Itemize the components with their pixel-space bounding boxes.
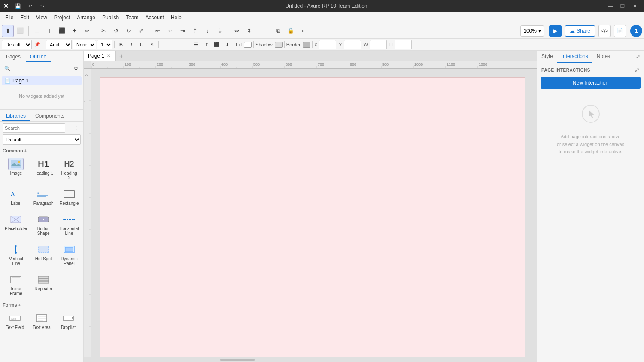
lib-default-select[interactable]: Default xyxy=(3,134,81,145)
menu-publish[interactable]: Publish xyxy=(99,12,122,23)
lib-search-input[interactable] xyxy=(3,123,65,133)
tool-more-h[interactable]: » xyxy=(297,25,309,37)
canvas-add-tab[interactable]: + xyxy=(116,52,126,59)
user-avatar[interactable]: 1 xyxy=(630,25,642,37)
lib-item-droplist[interactable]: Droplist xyxy=(56,309,81,333)
lib-item-placeholder[interactable]: Placeholder xyxy=(3,210,30,239)
lib-item-text-field[interactable]: abc Text Field xyxy=(3,309,27,333)
lib-item-heading1[interactable]: H1 Heading 1 xyxy=(31,155,56,183)
lib-item-h-line[interactable]: Horizontal Line xyxy=(58,210,81,239)
lib-item-heading2[interactable]: H2 Heading 2 xyxy=(58,155,81,183)
page-item-page1[interactable]: 📄 Page 1 xyxy=(2,76,82,85)
menu-view[interactable]: View xyxy=(33,12,51,23)
lib-item-hot-spot[interactable]: Hot Spot xyxy=(31,240,56,269)
w-input[interactable] xyxy=(370,40,387,49)
format-align-justify[interactable]: ☰ xyxy=(191,40,201,49)
canvas-scrollbar-h[interactable] xyxy=(84,357,537,362)
tool-rectangle[interactable]: ▭ xyxy=(31,25,43,37)
lib-more-btn[interactable]: ⋮ xyxy=(71,123,81,133)
style-preset-select[interactable]: Default xyxy=(2,40,32,49)
menu-project[interactable]: Project xyxy=(51,12,73,23)
format-underline[interactable]: U xyxy=(137,40,146,49)
format-italic[interactable]: I xyxy=(127,40,136,49)
new-interaction-button[interactable]: New Interaction xyxy=(541,77,641,89)
lib-item-button-shape[interactable]: Button Shape xyxy=(31,210,56,239)
tool-align-center[interactable]: ↔ xyxy=(164,25,176,37)
lib-item-repeater[interactable]: Repeater xyxy=(31,271,56,299)
toolbar-redo-btn[interactable]: ↪ xyxy=(36,0,48,12)
tab-components[interactable]: Components xyxy=(31,112,69,121)
win-close[interactable]: ✕ xyxy=(629,0,641,12)
toolbar-undo-btn[interactable]: ↩ xyxy=(24,0,36,12)
format-strikethrough[interactable]: S xyxy=(147,40,157,49)
tool-rotate-left[interactable]: ↺ xyxy=(110,25,122,37)
tool-align-right-edge[interactable]: ⇥ xyxy=(176,25,188,37)
tool-lock[interactable]: 🔒 xyxy=(285,25,297,37)
format-align-center[interactable]: ≣ xyxy=(171,40,180,49)
tab-style[interactable]: Style xyxy=(537,51,557,63)
code-button[interactable]: </> xyxy=(598,25,611,37)
tool-group-items[interactable]: ⧉ xyxy=(272,25,284,37)
format-valign-top[interactable]: ⬆ xyxy=(202,40,211,49)
format-align-left[interactable]: ≡ xyxy=(161,40,170,49)
right-panel-expand[interactable]: ⤢ xyxy=(632,51,644,63)
menu-edit[interactable]: Edit xyxy=(17,12,33,23)
format-valign-bot[interactable]: ⬇ xyxy=(222,40,232,49)
lib-item-inline-frame[interactable]: Inline Frame xyxy=(3,271,30,299)
tool-pen[interactable]: ✏ xyxy=(81,25,93,37)
tool-pointer[interactable]: ⬆ xyxy=(2,25,14,37)
lib-item-text-area[interactable]: Text Area xyxy=(29,309,54,333)
tool-align-top-edge[interactable]: ⇡ xyxy=(189,25,201,37)
page-button[interactable]: 📄 xyxy=(614,25,626,37)
canvas-tab-page1[interactable]: Page 1 ✕ xyxy=(84,51,116,61)
tool-expand[interactable]: ⤢ xyxy=(135,25,147,37)
menu-help[interactable]: Help xyxy=(167,12,185,23)
lib-item-paragraph[interactable]: ≡ Paragraph xyxy=(31,185,56,209)
h-input[interactable] xyxy=(395,40,412,49)
preview-button[interactable]: ▶ xyxy=(549,25,562,37)
lib-item-rectangle[interactable]: Rectangle xyxy=(58,185,81,209)
win-maximize[interactable]: ❐ xyxy=(617,0,629,12)
menu-account[interactable]: Account xyxy=(142,12,167,23)
tab-outline[interactable]: Outline xyxy=(26,52,51,62)
font-style-select[interactable]: Normal xyxy=(73,40,96,49)
tool-container[interactable]: ⬛ xyxy=(56,25,68,37)
tool-minus[interactable]: — xyxy=(255,25,267,37)
style-pin[interactable]: 📌 xyxy=(33,40,42,49)
tab-notes[interactable]: Notes xyxy=(592,51,614,63)
tab-interactions[interactable]: Interactions xyxy=(557,51,592,63)
tool-align-middle[interactable]: ↕ xyxy=(201,25,213,37)
canvas-tab-close-icon[interactable]: ✕ xyxy=(106,52,111,59)
format-bold[interactable]: B xyxy=(116,40,126,49)
y-input[interactable] xyxy=(344,40,361,49)
win-minimize[interactable]: — xyxy=(605,0,617,12)
fill-color[interactable] xyxy=(244,42,252,48)
tool-cut[interactable]: ✂ xyxy=(97,25,109,37)
tool-rotate-right[interactable]: ↻ xyxy=(122,25,134,37)
x-input[interactable] xyxy=(319,40,336,49)
format-align-right[interactable]: ≡ xyxy=(181,40,191,49)
menu-arrange[interactable]: Arrange xyxy=(73,12,99,23)
tab-libraries[interactable]: Libraries xyxy=(2,112,30,121)
menu-team[interactable]: Team xyxy=(122,12,142,23)
shadow-color[interactable] xyxy=(275,42,283,48)
lib-item-dynamic-panel[interactable]: Dynamic Panel xyxy=(58,240,81,269)
tool-distribute-v[interactable]: ⇕ xyxy=(243,25,255,37)
tool-distribute-h[interactable]: ⇔ xyxy=(231,25,243,37)
font-family-select[interactable]: Arial xyxy=(46,40,72,49)
format-valign-mid[interactable]: ⬛ xyxy=(212,40,222,49)
tab-pages[interactable]: Pages xyxy=(2,52,25,62)
lib-item-image[interactable]: Image xyxy=(3,155,30,183)
tool-connect[interactable]: ✦ xyxy=(68,25,80,37)
pages-filter-icon[interactable]: ⚙ xyxy=(71,64,81,73)
zoom-control[interactable]: 100% ▾ xyxy=(520,25,544,37)
tool-align-bottom-edge[interactable]: ⇣ xyxy=(214,25,226,37)
lib-item-v-line[interactable]: Vertical Line xyxy=(3,240,30,269)
font-size-select[interactable]: 13 xyxy=(97,40,112,49)
toolbar-save-btn[interactable]: 💾 xyxy=(12,0,24,12)
tool-text[interactable]: T xyxy=(43,25,55,37)
page-interactions-expand-icon[interactable]: ⤢ xyxy=(635,67,640,73)
tool-align-left-edge[interactable]: ⇤ xyxy=(152,25,164,37)
menu-file[interactable]: File xyxy=(2,12,17,23)
canvas[interactable] xyxy=(91,69,537,357)
